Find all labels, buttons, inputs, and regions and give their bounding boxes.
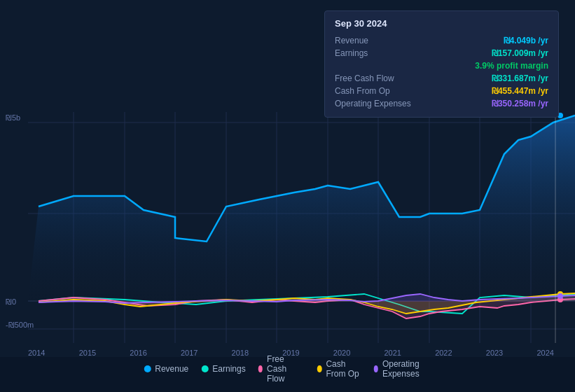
tooltip-earnings-value: ₪157.009m /yr: [492, 48, 548, 58]
tooltip-opex-label: Operating Expenses: [335, 99, 411, 108]
tooltip-opex-row: Operating Expenses ₪350.258m /yr: [335, 97, 548, 110]
y-axis-neg500m: -₪500m: [6, 321, 34, 330]
legend-dot-cashop: [317, 365, 321, 372]
x-label-2014: 2014: [28, 349, 45, 357]
tooltip-profit-margin: 3.9% profit margin: [475, 61, 548, 71]
legend-label-opex: Operating Expenses: [382, 359, 431, 379]
tooltip-cashop-row: Cash From Op ₪455.447m /yr: [335, 85, 548, 97]
legend-revenue[interactable]: Revenue: [144, 364, 188, 374]
x-label-2023: 2023: [486, 349, 503, 357]
tooltip-cashop-label: Cash From Op: [335, 86, 390, 96]
tooltip-fcf-label: Free Cash Flow: [335, 74, 394, 83]
x-label-2022: 2022: [435, 349, 452, 357]
tooltip-revenue-label: Revenue: [335, 36, 368, 46]
x-label-2024: 2024: [536, 349, 553, 357]
legend-fcf[interactable]: Free Cash Flow: [258, 354, 305, 384]
tooltip-earnings-row: Earnings ₪157.009m /yr: [335, 47, 548, 59]
legend-dot-fcf: [258, 365, 263, 372]
tooltip-revenue-row: Revenue ₪4.049b /yr: [335, 34, 548, 47]
y-axis-0: ₪0: [6, 298, 16, 307]
tooltip-earnings-label: Earnings: [335, 48, 368, 58]
legend-label-fcf: Free Cash Flow: [267, 354, 305, 384]
legend-label-revenue: Revenue: [155, 364, 188, 374]
legend-dot-revenue: [144, 365, 151, 372]
legend-label-earnings: Earnings: [212, 364, 245, 374]
tooltip-cashop-value: ₪455.447m /yr: [492, 86, 548, 96]
legend-label-cashop: Cash From Op: [326, 359, 361, 379]
tooltip-revenue-value: ₪4.049b /yr: [504, 36, 548, 46]
y-axis-5b: ₪5b: [6, 113, 20, 122]
chart-container: ₪5b ₪0 -₪500m 2014 2015 2016 2017 2018 2…: [0, 0, 575, 392]
legend-opex[interactable]: Operating Expenses: [374, 359, 431, 379]
legend-earnings[interactable]: Earnings: [201, 364, 245, 374]
tooltip-fcf-value: ₪331.687m /yr: [492, 74, 548, 83]
x-label-2015: 2015: [79, 349, 96, 357]
svg-point-20: [557, 293, 563, 299]
legend-dot-earnings: [201, 365, 208, 372]
tooltip-card: Sep 30 2024 Revenue ₪4.049b /yr Earnings…: [324, 10, 559, 118]
legend-cashop[interactable]: Cash From Op: [317, 359, 361, 379]
tooltip-opex-value: ₪350.258m /yr: [492, 99, 548, 108]
tooltip-date: Sep 30 2024: [335, 18, 548, 29]
tooltip-fcf-row: Free Cash Flow ₪331.687m /yr: [335, 72, 548, 85]
chart-legend: Revenue Earnings Free Cash Flow Cash Fro…: [144, 354, 431, 384]
legend-dot-opex: [374, 365, 378, 372]
tooltip-profit-margin-row: 3.9% profit margin: [335, 59, 548, 72]
